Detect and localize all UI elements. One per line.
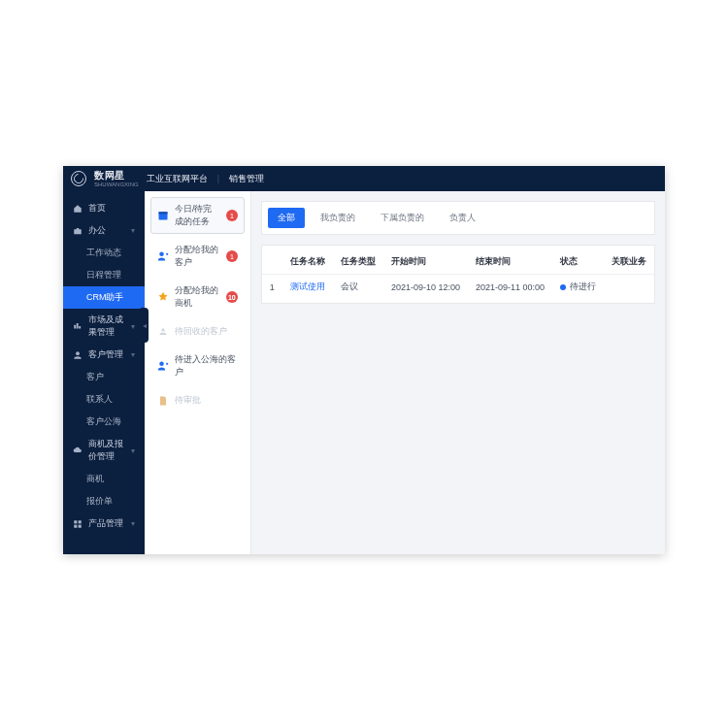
sec-item-pool-customers[interactable]: 待进入公海的客户 [150, 347, 245, 384]
sec-item-label: 待审批 [175, 394, 238, 407]
badge-count: 10 [226, 291, 238, 303]
star-icon [157, 291, 169, 303]
svg-rect-1 [74, 520, 77, 523]
sidebar-item-marketing[interactable]: 市场及成果管理 ▾ [63, 309, 145, 344]
topbar: 数网星 SHUWANGXING 工业互联网平台 | 销售管理 [63, 166, 665, 191]
sidebar-item-label: CRM助手 [73, 291, 124, 304]
sidebar-item-label: 客户管理 [88, 348, 123, 361]
col-type: 任务类型 [333, 249, 383, 275]
cell-status: 待进行 [552, 275, 604, 300]
sidebar-item-customer[interactable]: 客户管理 ▾ [63, 344, 145, 366]
sidebar-item-opportunity[interactable]: 商机及报价管理 ▾ [63, 433, 145, 468]
brand-name: 数网星 [94, 170, 125, 181]
col-end: 结束时间 [468, 249, 552, 275]
chart-icon [73, 321, 83, 331]
sidebar-item-office[interactable]: 办公 ▾ [63, 219, 145, 242]
sidebar-item-label: 市场及成果管理 [88, 314, 125, 339]
cell-index: 1 [262, 275, 282, 300]
tabs: 全部 我负责的 下属负责的 负责人 [261, 201, 655, 235]
sidebar-child-quote[interactable]: 报价单 [63, 490, 145, 513]
sidebar-item-label: 产品管理 [88, 517, 123, 530]
col-name: 任务名称 [282, 249, 333, 275]
home-icon [73, 204, 83, 214]
sidebar-item-crm[interactable]: CRM助手 [63, 286, 145, 309]
sec-item-label: 待回收的客户 [175, 325, 238, 338]
user-plus-icon [157, 250, 169, 262]
sec-item-label: 待进入公海的客户 [175, 353, 238, 379]
cell-start: 2021-09-10 12:00 [383, 275, 468, 300]
grid-icon [73, 519, 83, 529]
sidebar-child-contact[interactable]: 联系人 [63, 388, 145, 411]
table-card: 任务名称 任务类型 开始时间 结束时间 状态 关联业务 1 测试使用 会议 [261, 245, 655, 304]
svg-point-0 [76, 351, 80, 355]
sec-item-review: 待审批 [150, 388, 245, 413]
sidebar-child-pool[interactable]: 客户公海 [63, 411, 145, 433]
sec-item-label: 分配给我的客户 [175, 244, 220, 269]
table-row[interactable]: 1 测试使用 会议 2021-09-10 12:00 2021-09-11 00… [262, 275, 654, 300]
secondary-panel: 今日/待完成的任务 1 分配给我的客户 1 分配给我的商机 10 待回收的客户 … [145, 191, 251, 554]
users-icon [73, 350, 83, 360]
sidebar-item-product[interactable]: 产品管理 ▾ [63, 513, 145, 535]
topbar-separator: | [217, 174, 219, 183]
sidebar: 首页 办公 ▾ 工作动态 日程管理 CRM助手 市场及成果管理 ▾ 客户管理 ▾ [63, 191, 145, 554]
sidebar-item-label: 办公 [88, 224, 106, 237]
doc-icon [157, 395, 169, 407]
sidebar-child-cust[interactable]: 客户 [63, 366, 145, 388]
sec-item-label: 今日/待完成的任务 [175, 203, 220, 228]
recycle-icon [157, 326, 169, 338]
col-start: 开始时间 [383, 249, 468, 275]
user-plus-icon [157, 360, 169, 372]
col-related: 关联业务 [604, 249, 654, 275]
sec-item-assigned-customers[interactable]: 分配给我的客户 1 [150, 238, 245, 275]
svg-rect-3 [74, 524, 77, 527]
cloud-icon [73, 446, 83, 455]
cell-end: 2021-09-11 00:00 [468, 275, 552, 300]
svg-rect-6 [158, 212, 167, 214]
svg-point-7 [159, 252, 164, 257]
tab-sub[interactable]: 下属负责的 [371, 208, 434, 228]
sec-item-today-tasks[interactable]: 今日/待完成的任务 1 [150, 197, 245, 234]
col-index [262, 249, 282, 275]
tab-owner[interactable]: 负责人 [440, 208, 485, 228]
cell-type: 会议 [333, 275, 383, 300]
chevron-down-icon: ▾ [131, 322, 135, 331]
sidebar-child-calendar[interactable]: 日程管理 [63, 264, 145, 286]
tab-mine[interactable]: 我负责的 [311, 208, 365, 228]
sidebar-item-label: 商机及报价管理 [88, 438, 125, 463]
status-dot-icon [560, 284, 566, 290]
chevron-down-icon: ▾ [131, 519, 135, 528]
tab-all[interactable]: 全部 [268, 208, 305, 228]
badge-count: 1 [226, 250, 238, 262]
task-table: 任务名称 任务类型 开始时间 结束时间 状态 关联业务 1 测试使用 会议 [262, 249, 654, 299]
sec-item-label: 分配给我的商机 [175, 284, 220, 310]
chevron-down-icon: ▾ [131, 226, 135, 235]
sidebar-item-home[interactable]: 首页 [63, 197, 145, 219]
briefcase-icon [73, 226, 83, 236]
brand-sub: SHUWANGXING [94, 182, 139, 187]
sec-item-recycle-customers: 待回收的客户 [150, 319, 245, 344]
main-content: 全部 我负责的 下属负责的 负责人 任务名称 任务类型 开始时间 结束时间 状态 [251, 191, 665, 554]
col-status: 状态 [552, 249, 604, 275]
sidebar-collapse-handle[interactable]: ◂ [141, 308, 149, 343]
svg-point-8 [159, 362, 164, 367]
badge-count: 1 [226, 210, 238, 221]
chevron-down-icon: ▾ [131, 447, 135, 455]
topbar-title: 工业互联网平台 [147, 173, 208, 185]
sidebar-child-opp[interactable]: 商机 [63, 468, 145, 490]
cell-status-text: 待进行 [570, 281, 596, 291]
sidebar-child-worklog[interactable]: 工作动态 [63, 242, 145, 264]
calendar-icon [157, 210, 169, 221]
topbar-section: 销售管理 [229, 173, 264, 185]
cell-name-link[interactable]: 测试使用 [290, 281, 325, 291]
application-window: 数网星 SHUWANGXING 工业互联网平台 | 销售管理 首页 办公 ▾ 工… [63, 166, 665, 554]
sidebar-item-label: 首页 [88, 202, 106, 215]
sec-item-assigned-opps[interactable]: 分配给我的商机 10 [150, 279, 245, 315]
chevron-down-icon: ▾ [131, 350, 135, 359]
brand-logo-icon [71, 171, 86, 186]
svg-rect-2 [79, 520, 82, 523]
cell-related [604, 275, 654, 300]
svg-rect-4 [79, 524, 82, 527]
